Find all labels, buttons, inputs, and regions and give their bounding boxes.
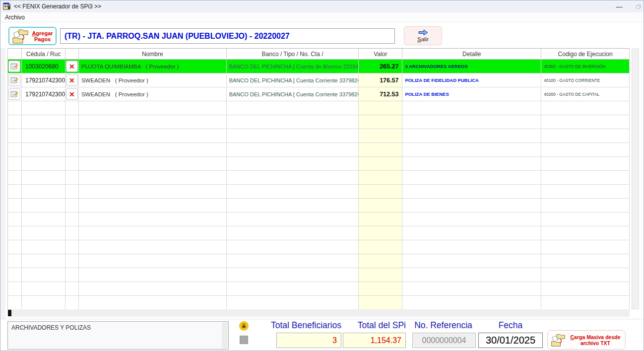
edit-form-icon <box>10 90 18 98</box>
payments-grid: Cédula / Ruc Nombre Banco / Tipo / No. C… <box>7 48 630 310</box>
cell-valor: 176.57 <box>359 73 402 87</box>
carga-label-line2: archivo TXT <box>580 340 610 346</box>
fecha-label: Fecha <box>478 320 543 332</box>
table-row-empty <box>8 157 630 171</box>
padlock-icon <box>241 323 247 329</box>
no-referencia-field: 0000000004 <box>412 333 476 348</box>
toolbar: Agregar Pagos (TR) - JTA. PARROQ.SAN JUA… <box>0 23 644 48</box>
table-row-empty <box>8 240 630 254</box>
table-row-empty <box>8 143 630 157</box>
red-x-icon: ✕ <box>69 77 75 84</box>
cell-banco: BANCO DEL PICHINCHA [ Cuenta Corriente 3… <box>227 87 359 101</box>
title-bar: << FENIX Generador de SPi3 >> — <box>0 0 644 12</box>
header-detalle: Detalle <box>402 49 541 60</box>
salir-label: Salir <box>417 36 429 42</box>
cell-banco: BANCO DEL PICHINCHA [ Cuenta de Ahorros … <box>227 60 359 73</box>
fenix-app-icon <box>3 2 11 10</box>
table-row-empty <box>8 185 630 199</box>
status-square <box>240 336 248 344</box>
no-referencia-label: No. Referencia <box>411 320 476 332</box>
header-nombre: Nombre <box>79 49 227 60</box>
app-window: << FENIX Generador de SPi3 >> — Archivo … <box>0 0 644 351</box>
agregar-pagos-button[interactable]: Agregar Pagos <box>8 27 57 45</box>
header-cedula: Cédula / Ruc <box>22 49 65 60</box>
table-row-empty <box>8 199 630 212</box>
salir-button[interactable]: Salir <box>404 26 442 45</box>
cell-codigo: 40300 - GASTO DE INVERSIÓN <box>541 60 630 73</box>
restore-icon[interactable] <box>633 0 644 12</box>
cell-cedula: 1792107423001 <box>22 87 65 101</box>
edit-row-button[interactable] <box>8 88 20 100</box>
red-x-icon: ✕ <box>69 91 75 98</box>
cell-valor: 712.53 <box>359 87 402 101</box>
carga-label-line1: Carga Masiva desde <box>568 334 623 340</box>
red-x-icon: ✕ <box>69 63 75 70</box>
window-left-gutter <box>0 48 5 351</box>
cell-valor: 265.27 <box>359 60 402 73</box>
cell-nombre: SWEADEN ( Proveedor ) <box>79 73 227 87</box>
cell-nombre: PUJOTA QUIMBIAMBA ( Proveedor ) <box>79 60 227 73</box>
edit-row-button[interactable] <box>8 61 20 72</box>
footer-panel: ARCHIVADORES Y POLIZAS Total Beneficiari… <box>0 319 644 351</box>
header-banco: Banco / Tipo / No. Cta / <box>227 49 359 60</box>
table-row[interactable]: 1792107423001✕SWEADEN ( Proveedor )BANCO… <box>8 73 630 87</box>
total-beneficiarios-field: 3 <box>276 333 341 348</box>
descripcion-textarea[interactable]: ARCHIVADORES Y POLIZAS <box>7 321 229 350</box>
agregar-label-line2: Pagos <box>34 36 51 42</box>
cell-nombre: SWEADEN ( Proveedor ) <box>79 87 227 101</box>
table-row-empty <box>8 296 630 310</box>
hscroll-thumb[interactable] <box>8 310 11 316</box>
table-row-empty <box>8 268 630 282</box>
total-spi-field: 1,154.37 <box>343 333 406 348</box>
table-row[interactable]: 1792107423001✕SWEADEN ( Proveedor )BANCO… <box>8 87 630 101</box>
menu-archivo[interactable]: Archivo <box>0 14 29 21</box>
total-beneficiarios-label: Total Beneficiarios <box>251 320 341 332</box>
exit-arrow-icon <box>418 29 429 36</box>
menu-bar: Archivo <box>0 12 644 22</box>
lock-button[interactable] <box>239 321 249 331</box>
table-row-empty <box>8 212 630 226</box>
table-row-empty <box>8 115 630 129</box>
add-payments-folders-icon <box>11 29 29 44</box>
edit-form-icon <box>10 63 18 70</box>
cell-detalle: 3 ARCHIVADORES AEREOS <box>402 60 541 73</box>
header-edit <box>8 49 22 60</box>
table-row-empty <box>8 101 630 115</box>
cell-codigo: 40200 - GASTO DE CAPITAL <box>541 87 630 101</box>
cell-banco: BANCO DEL PICHINCHA [ Cuenta Corriente 3… <box>227 73 359 87</box>
cell-cedula: 1792107423001 <box>22 73 65 87</box>
header-valor: Valor <box>359 49 402 60</box>
total-spi-label: Total del SPi <box>343 320 406 332</box>
batch-title-field[interactable]: (TR) - JTA. PARROQ.SAN JUAN (PUEBLOVIEJO… <box>60 28 395 44</box>
table-row-empty <box>8 282 630 296</box>
table-row-empty <box>8 171 630 185</box>
minimize-icon[interactable]: — <box>612 0 627 12</box>
grid-header: Cédula / Ruc Nombre Banco / Tipo / No. C… <box>8 49 630 60</box>
edit-form-icon <box>10 76 18 84</box>
cell-cedula: 1003020680 <box>22 60 65 73</box>
grid-vertical-scrollbar[interactable] <box>632 48 639 309</box>
grid-horizontal-scrollbar[interactable] <box>7 309 630 317</box>
grid-body: 1003020680✕PUJOTA QUIMBIAMBA ( Proveedor… <box>8 60 630 310</box>
cell-codigo: 40100 - GASTO CORRIENTE <box>541 73 630 87</box>
edit-row-button[interactable] <box>8 74 20 86</box>
cell-detalle: POLIZA DE BIENES <box>402 87 541 101</box>
delete-row-button[interactable]: ✕ <box>66 61 78 72</box>
delete-row-button[interactable]: ✕ <box>66 88 78 100</box>
table-row-empty <box>8 129 630 143</box>
table-row[interactable]: 1003020680✕PUJOTA QUIMBIAMBA ( Proveedor… <box>8 60 630 73</box>
delete-row-button[interactable]: ✕ <box>66 74 78 86</box>
agregar-label-line1: Agregar <box>31 30 54 36</box>
table-row-empty <box>8 226 630 240</box>
cell-detalle: POLIZA DE FIDELIDAD PUBLICA <box>402 73 541 87</box>
load-folders-icon <box>550 333 566 348</box>
header-codigo: Codigo de Ejecucion <box>541 49 630 60</box>
carga-masiva-button[interactable]: Carga Masiva desde archivo TXT <box>547 330 626 350</box>
descripcion-scrollbar[interactable] <box>222 322 228 349</box>
table-row-empty <box>8 254 630 268</box>
header-delete <box>65 49 79 60</box>
fecha-field[interactable]: 30/01/2025 <box>478 333 543 348</box>
descripcion-text: ARCHIVADORES Y POLIZAS <box>11 324 91 331</box>
window-title: << FENIX Generador de SPi3 >> <box>14 3 101 10</box>
